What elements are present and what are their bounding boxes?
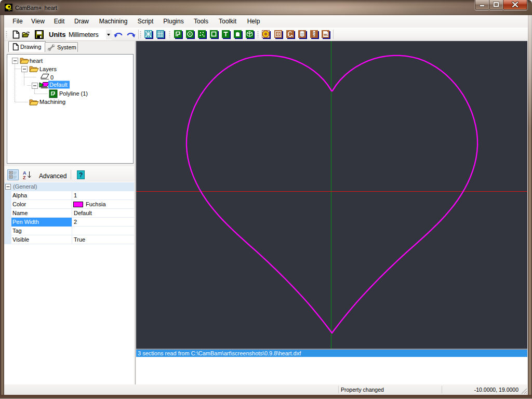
svg-text:Z: Z (23, 175, 26, 180)
svg-text:0: 0 (50, 74, 54, 81)
svg-text:Layers: Layers (39, 66, 57, 72)
svg-text:heart: heart (30, 58, 43, 64)
svg-text:Polyline (1): Polyline (1) (59, 90, 88, 97)
svg-text:MC: MC (324, 33, 329, 36)
svg-text:Default: Default (49, 82, 68, 88)
svg-text:Machining: Machining (39, 99, 65, 105)
